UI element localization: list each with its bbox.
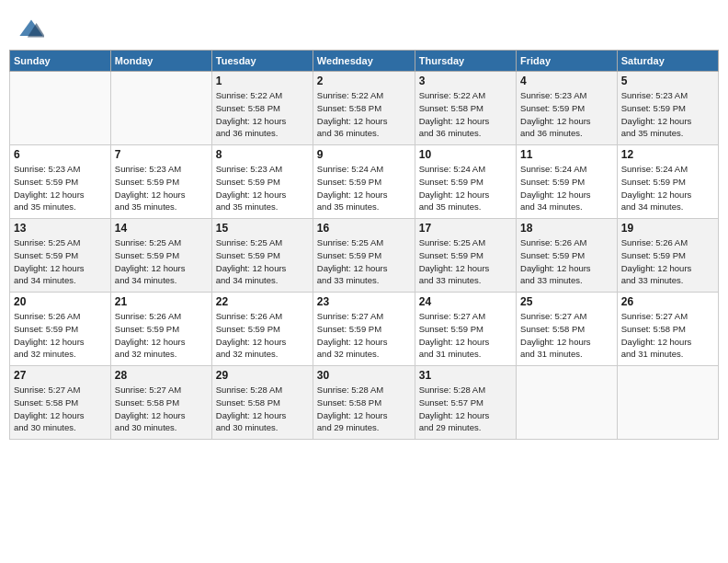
- calendar-cell: 21Sunrise: 5:26 AM Sunset: 5:59 PM Dayli…: [110, 293, 211, 366]
- calendar-cell: 22Sunrise: 5:26 AM Sunset: 5:59 PM Dayli…: [211, 293, 313, 366]
- calendar-cell: 2Sunrise: 5:22 AM Sunset: 5:58 PM Daylig…: [313, 72, 415, 145]
- calendar-header-row: SundayMondayTuesdayWednesdayThursdayFrid…: [10, 51, 719, 72]
- calendar-week-row: 13Sunrise: 5:25 AM Sunset: 5:59 PM Dayli…: [10, 219, 719, 293]
- calendar-cell: 8Sunrise: 5:23 AM Sunset: 5:59 PM Daylig…: [211, 145, 313, 219]
- day-info: Sunrise: 5:28 AM Sunset: 5:58 PM Dayligh…: [317, 384, 411, 434]
- calendar-cell: 12Sunrise: 5:24 AM Sunset: 5:59 PM Dayli…: [617, 145, 718, 219]
- day-info: Sunrise: 5:23 AM Sunset: 5:59 PM Dayligh…: [520, 89, 613, 140]
- day-info: Sunrise: 5:23 AM Sunset: 5:59 PM Dayligh…: [14, 163, 107, 213]
- day-number: 8: [216, 148, 309, 161]
- calendar-cell: 9Sunrise: 5:24 AM Sunset: 5:59 PM Daylig…: [313, 145, 415, 219]
- day-number: 3: [419, 75, 512, 87]
- day-number: 5: [621, 75, 714, 87]
- day-number: 12: [621, 148, 714, 161]
- day-number: 1: [216, 75, 309, 87]
- day-number: 4: [520, 75, 613, 87]
- calendar-table: SundayMondayTuesdayWednesdayThursdayFrid…: [9, 50, 719, 440]
- day-info: Sunrise: 5:27 AM Sunset: 5:58 PM Dayligh…: [115, 384, 208, 434]
- day-info: Sunrise: 5:25 AM Sunset: 5:59 PM Dayligh…: [317, 236, 411, 287]
- day-number: 15: [216, 222, 309, 235]
- day-number: 23: [317, 295, 411, 308]
- day-info: Sunrise: 5:28 AM Sunset: 5:57 PM Dayligh…: [419, 384, 512, 434]
- calendar-cell: 24Sunrise: 5:27 AM Sunset: 5:59 PM Dayli…: [415, 293, 516, 366]
- logo-icon: [18, 17, 44, 42]
- calendar-cell: [110, 72, 211, 145]
- calendar-cell: 28Sunrise: 5:27 AM Sunset: 5:58 PM Dayli…: [110, 366, 211, 440]
- day-number: 29: [216, 369, 309, 382]
- calendar-cell: 14Sunrise: 5:25 AM Sunset: 5:59 PM Dayli…: [110, 219, 211, 293]
- day-info: Sunrise: 5:26 AM Sunset: 5:59 PM Dayligh…: [115, 310, 208, 361]
- calendar-cell: [517, 366, 618, 440]
- calendar-week-row: 1Sunrise: 5:22 AM Sunset: 5:58 PM Daylig…: [10, 72, 719, 145]
- calendar-cell: 19Sunrise: 5:26 AM Sunset: 5:59 PM Dayli…: [617, 219, 718, 293]
- calendar-cell: 11Sunrise: 5:24 AM Sunset: 5:59 PM Dayli…: [517, 145, 618, 219]
- calendar-cell: 3Sunrise: 5:22 AM Sunset: 5:58 PM Daylig…: [415, 72, 516, 145]
- day-info: Sunrise: 5:22 AM Sunset: 5:58 PM Dayligh…: [216, 89, 309, 140]
- day-info: Sunrise: 5:24 AM Sunset: 5:59 PM Dayligh…: [419, 163, 512, 213]
- header-monday: Monday: [110, 51, 211, 72]
- calendar-cell: [617, 366, 718, 440]
- calendar-cell: 30Sunrise: 5:28 AM Sunset: 5:58 PM Dayli…: [313, 366, 415, 440]
- day-info: Sunrise: 5:24 AM Sunset: 5:59 PM Dayligh…: [520, 163, 613, 213]
- day-info: Sunrise: 5:27 AM Sunset: 5:58 PM Dayligh…: [14, 384, 107, 434]
- day-number: 17: [419, 222, 512, 235]
- day-info: Sunrise: 5:24 AM Sunset: 5:59 PM Dayligh…: [317, 163, 411, 213]
- day-info: Sunrise: 5:27 AM Sunset: 5:59 PM Dayligh…: [419, 310, 512, 361]
- day-info: Sunrise: 5:26 AM Sunset: 5:59 PM Dayligh…: [216, 310, 309, 361]
- day-info: Sunrise: 5:27 AM Sunset: 5:58 PM Dayligh…: [621, 310, 714, 361]
- day-number: 26: [621, 295, 714, 308]
- header-thursday: Thursday: [415, 51, 516, 72]
- day-info: Sunrise: 5:22 AM Sunset: 5:58 PM Dayligh…: [419, 89, 512, 140]
- calendar-cell: 10Sunrise: 5:24 AM Sunset: 5:59 PM Dayli…: [415, 145, 516, 219]
- day-number: 11: [520, 148, 613, 161]
- calendar-cell: 17Sunrise: 5:25 AM Sunset: 5:59 PM Dayli…: [415, 219, 516, 293]
- day-number: 16: [317, 222, 411, 235]
- day-info: Sunrise: 5:23 AM Sunset: 5:59 PM Dayligh…: [621, 89, 714, 140]
- day-info: Sunrise: 5:25 AM Sunset: 5:59 PM Dayligh…: [216, 236, 309, 287]
- day-info: Sunrise: 5:26 AM Sunset: 5:59 PM Dayligh…: [621, 236, 714, 287]
- calendar-cell: 25Sunrise: 5:27 AM Sunset: 5:58 PM Dayli…: [517, 293, 618, 366]
- day-number: 19: [621, 222, 714, 235]
- calendar-cell: 1Sunrise: 5:22 AM Sunset: 5:58 PM Daylig…: [211, 72, 313, 145]
- day-info: Sunrise: 5:22 AM Sunset: 5:58 PM Dayligh…: [317, 89, 411, 140]
- day-number: 7: [115, 148, 208, 161]
- header-tuesday: Tuesday: [211, 51, 313, 72]
- day-info: Sunrise: 5:23 AM Sunset: 5:59 PM Dayligh…: [216, 163, 309, 213]
- day-number: 6: [14, 148, 107, 161]
- calendar-cell: 15Sunrise: 5:25 AM Sunset: 5:59 PM Dayli…: [211, 219, 313, 293]
- day-info: Sunrise: 5:27 AM Sunset: 5:59 PM Dayligh…: [317, 310, 411, 361]
- calendar-cell: 5Sunrise: 5:23 AM Sunset: 5:59 PM Daylig…: [617, 72, 718, 145]
- day-info: Sunrise: 5:25 AM Sunset: 5:59 PM Dayligh…: [115, 236, 208, 287]
- header-wednesday: Wednesday: [313, 51, 415, 72]
- calendar-cell: 18Sunrise: 5:26 AM Sunset: 5:59 PM Dayli…: [517, 219, 618, 293]
- calendar-week-row: 27Sunrise: 5:27 AM Sunset: 5:58 PM Dayli…: [10, 366, 719, 440]
- day-info: Sunrise: 5:27 AM Sunset: 5:58 PM Dayligh…: [520, 310, 613, 361]
- day-info: Sunrise: 5:26 AM Sunset: 5:59 PM Dayligh…: [14, 310, 107, 361]
- header-friday: Friday: [517, 51, 618, 72]
- day-info: Sunrise: 5:25 AM Sunset: 5:59 PM Dayligh…: [419, 236, 512, 287]
- day-number: 13: [14, 222, 107, 235]
- header-sunday: Sunday: [10, 51, 111, 72]
- calendar-week-row: 20Sunrise: 5:26 AM Sunset: 5:59 PM Dayli…: [10, 293, 719, 366]
- calendar-week-row: 6Sunrise: 5:23 AM Sunset: 5:59 PM Daylig…: [10, 145, 719, 219]
- calendar-cell: 31Sunrise: 5:28 AM Sunset: 5:57 PM Dayli…: [415, 366, 516, 440]
- day-number: 20: [14, 295, 107, 308]
- calendar-cell: 16Sunrise: 5:25 AM Sunset: 5:59 PM Dayli…: [313, 219, 415, 293]
- page-header: [9, 9, 719, 46]
- day-number: 9: [317, 148, 411, 161]
- day-number: 27: [14, 369, 107, 382]
- calendar-cell: 29Sunrise: 5:28 AM Sunset: 5:58 PM Dayli…: [211, 366, 313, 440]
- calendar-cell: 4Sunrise: 5:23 AM Sunset: 5:59 PM Daylig…: [517, 72, 618, 145]
- day-info: Sunrise: 5:26 AM Sunset: 5:59 PM Dayligh…: [520, 236, 613, 287]
- logo: [18, 17, 48, 42]
- day-number: 25: [520, 295, 613, 308]
- calendar-cell: 6Sunrise: 5:23 AM Sunset: 5:59 PM Daylig…: [10, 145, 111, 219]
- calendar-cell: [10, 72, 111, 145]
- day-number: 18: [520, 222, 613, 235]
- day-number: 21: [115, 295, 208, 308]
- day-info: Sunrise: 5:25 AM Sunset: 5:59 PM Dayligh…: [14, 236, 107, 287]
- day-number: 2: [317, 75, 411, 87]
- day-info: Sunrise: 5:28 AM Sunset: 5:58 PM Dayligh…: [216, 384, 309, 434]
- calendar-cell: 7Sunrise: 5:23 AM Sunset: 5:59 PM Daylig…: [110, 145, 211, 219]
- day-info: Sunrise: 5:23 AM Sunset: 5:59 PM Dayligh…: [115, 163, 208, 213]
